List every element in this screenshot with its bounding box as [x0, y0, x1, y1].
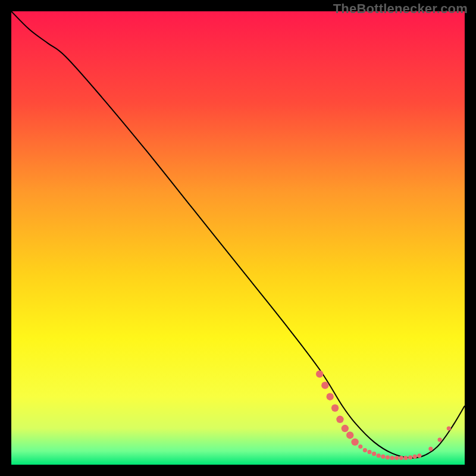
marker-point — [408, 455, 412, 459]
marker-point — [413, 455, 417, 459]
watermark-text: TheBottlenecker.com — [333, 1, 468, 17]
marker-point — [336, 416, 343, 423]
marker-point — [321, 381, 328, 389]
marker-point — [437, 437, 441, 441]
marker-point — [403, 456, 408, 460]
marker-point — [390, 456, 394, 460]
chart-frame: TheBottlenecker.com — [0, 0, 476, 476]
marker-point — [417, 453, 421, 458]
marker-point — [351, 439, 358, 446]
marker-point — [381, 455, 385, 459]
marker-point — [326, 393, 333, 400]
plot-area — [11, 11, 465, 465]
marker-point — [428, 447, 433, 451]
marker-point — [394, 456, 399, 460]
marker-point — [447, 426, 451, 430]
bottleneck-chart — [11, 11, 465, 465]
marker-point — [367, 450, 371, 454]
marker-point — [399, 456, 403, 460]
gradient-background — [11, 11, 465, 465]
marker-point — [363, 448, 367, 452]
marker-point — [372, 452, 376, 456]
marker-point — [377, 453, 381, 458]
marker-point — [386, 455, 390, 459]
marker-point — [342, 425, 349, 432]
marker-point — [346, 431, 353, 439]
marker-point — [358, 444, 362, 449]
marker-point — [331, 405, 339, 412]
marker-point — [316, 370, 323, 377]
